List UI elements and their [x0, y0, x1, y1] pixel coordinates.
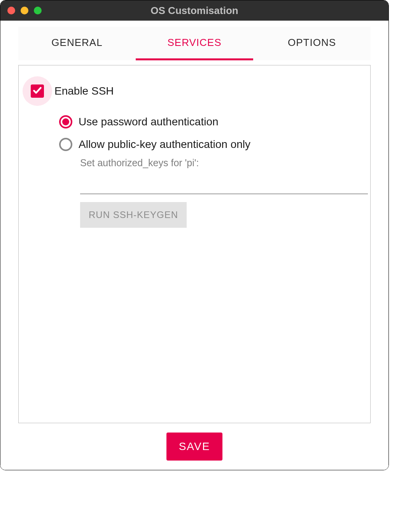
- pubkey-auth-radio[interactable]: [59, 138, 72, 151]
- enable-ssh-checkbox[interactable]: [31, 84, 44, 98]
- traffic-lights: [7, 7, 42, 14]
- check-icon: [32, 85, 42, 97]
- save-button[interactable]: SAVE: [166, 433, 223, 461]
- titlebar: OS Customisation: [0, 0, 388, 21]
- ssh-auth-radio-group: Use password authentication Allow public…: [59, 115, 359, 151]
- pubkey-auth-label: Allow public-key authentication only: [79, 138, 250, 151]
- run-ssh-keygen-button[interactable]: RUN SSH-KEYGEN: [80, 202, 187, 228]
- footer: SAVE: [18, 423, 371, 461]
- services-panel: Enable SSH Use password authentication A…: [18, 65, 371, 423]
- authorized-keys-input[interactable]: [80, 179, 368, 194]
- close-window-button[interactable]: [7, 7, 15, 14]
- radio-dot-icon: [62, 118, 69, 125]
- tabs: GENERAL SERVICES OPTIONS: [18, 27, 371, 60]
- os-customisation-window: OS Customisation GENERAL SERVICES OPTION…: [0, 0, 389, 470]
- password-auth-radio[interactable]: [59, 115, 72, 128]
- password-auth-label: Use password authentication: [79, 116, 219, 128]
- window-title: OS Customisation: [0, 5, 388, 17]
- content-area: GENERAL SERVICES OPTIONS Enable SSH: [0, 21, 388, 470]
- tab-general[interactable]: GENERAL: [18, 27, 136, 60]
- radio-row-pubkey: Allow public-key authentication only: [59, 138, 359, 151]
- minimize-window-button[interactable]: [21, 7, 28, 14]
- authorized-keys-hint: Set authorized_keys for 'pi':: [80, 157, 359, 169]
- tab-services[interactable]: SERVICES: [136, 27, 253, 60]
- maximize-window-button[interactable]: [34, 7, 42, 14]
- radio-row-password: Use password authentication: [59, 115, 359, 128]
- tab-options[interactable]: OPTIONS: [253, 27, 371, 60]
- enable-ssh-label: Enable SSH: [54, 85, 114, 97]
- enable-ssh-row: Enable SSH: [30, 76, 359, 106]
- checkbox-halo: [23, 76, 52, 106]
